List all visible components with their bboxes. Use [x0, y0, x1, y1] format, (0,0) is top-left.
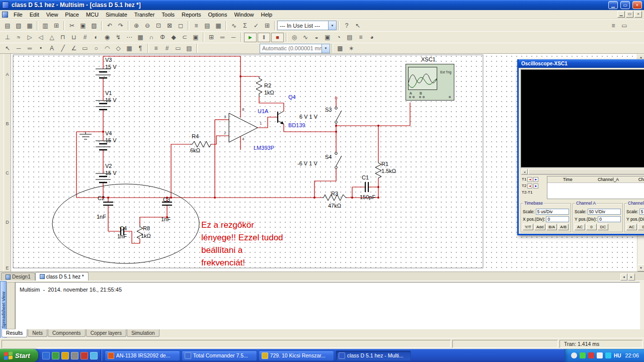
- menu-options[interactable]: Options: [205, 11, 231, 19]
- mdi-close-button[interactable]: [634, 11, 642, 18]
- place-source-icon[interactable]: [2, 33, 13, 42]
- label-v3-value[interactable]: 15 V: [105, 64, 117, 70]
- place-analog-icon[interactable]: [46, 33, 57, 42]
- zoom-fit-icon[interactable]: [164, 21, 175, 30]
- tab-nets[interactable]: Nets: [28, 329, 47, 337]
- menu-help[interactable]: Help: [258, 11, 276, 19]
- t1-right-arrow[interactable]: [533, 177, 538, 182]
- toolbar-toggle-icon-2[interactable]: [619, 21, 630, 30]
- tab-design1[interactable]: Design1: [1, 273, 35, 281]
- label-v2-value[interactable]: 15 V: [105, 170, 117, 176]
- undo-icon[interactable]: [104, 21, 115, 30]
- quick-launch-icon-3[interactable]: [61, 352, 69, 359]
- function-generator-icon[interactable]: [300, 33, 311, 42]
- logic-analyzer-icon[interactable]: [355, 33, 366, 42]
- taskbar-button-multisim[interactable]: class D 5.1 hez - Multi...: [336, 350, 411, 361]
- combo-dropdown-icon[interactable]: [328, 21, 336, 30]
- label-v1-ref[interactable]: V1: [105, 90, 112, 96]
- place-electromechanical-icon[interactable]: [157, 33, 168, 42]
- title-block-icon[interactable]: [184, 44, 195, 53]
- terminal-a-plus[interactable]: [409, 96, 411, 98]
- taskbar-button-729-kicsi[interactable]: 729. 10 Kicsi Renszar...: [259, 350, 334, 361]
- t2-right-arrow[interactable]: [533, 184, 538, 189]
- stop-simulation-button[interactable]: [271, 33, 284, 42]
- tab-scroll-right-arrow[interactable]: [628, 274, 635, 281]
- label-c2-ref[interactable]: C2: [98, 195, 105, 201]
- grapher-icon[interactable]: [228, 21, 239, 30]
- iv-analyzer-icon[interactable]: [366, 33, 377, 42]
- text-tool-icon[interactable]: [46, 44, 57, 53]
- label-r8-ref[interactable]: R8: [143, 225, 150, 231]
- label-c3-ref[interactable]: C3: [163, 197, 170, 203]
- place-indicator-icon[interactable]: [102, 33, 113, 42]
- place-bus-icon[interactable]: [217, 33, 228, 42]
- picture-tool-icon[interactable]: [124, 44, 135, 53]
- tray-icon-1[interactable]: [571, 352, 577, 358]
- label-r4-ref[interactable]: R4: [192, 133, 199, 139]
- border-toggle-icon[interactable]: [173, 44, 184, 53]
- channel-a-0-button[interactable]: 0: [586, 224, 597, 230]
- tray-icon-3[interactable]: [588, 352, 594, 358]
- run-simulation-button[interactable]: [244, 33, 257, 42]
- title-bar[interactable]: class D 5.1 hez - Multisim - [class D 5.…: [0, 0, 644, 10]
- label-q4-part[interactable]: BD139: [288, 122, 305, 128]
- comment-tool-icon[interactable]: [135, 44, 146, 53]
- scroll-down-arrow[interactable]: [637, 264, 644, 272]
- display-scroll-left-arrow[interactable]: [521, 169, 528, 174]
- units-combo[interactable]: Automatic (0.000001 mm: [260, 44, 330, 53]
- place-connector-icon[interactable]: [179, 33, 190, 42]
- place-wire-icon[interactable]: [228, 33, 239, 42]
- taskbar-button-an1138[interactable]: AN-1138 IRS2092 de...: [105, 350, 180, 361]
- in-use-list-combo[interactable]: --- In Use List ---: [277, 21, 337, 30]
- label-r2-value[interactable]: 1kΩ: [264, 89, 274, 96]
- database-manager-icon[interactable]: [213, 21, 224, 30]
- channel-a-scale-field[interactable]: 50 V/Div: [588, 209, 621, 215]
- menu-tools[interactable]: Tools: [158, 11, 178, 19]
- tab-results[interactable]: Results: [2, 329, 27, 337]
- label-r3-ref[interactable]: R3: [331, 191, 338, 197]
- terminal-a-minus[interactable]: [413, 96, 415, 98]
- label-c4-ref[interactable]: C4: [120, 225, 127, 231]
- ellipse-tool-icon[interactable]: [91, 44, 102, 53]
- menu-mcu[interactable]: MCU: [83, 11, 102, 19]
- add-button[interactable]: Add: [534, 224, 545, 230]
- ab-button[interactable]: A/B: [558, 224, 569, 230]
- label-v4-value[interactable]: 15 V: [105, 137, 117, 143]
- terminal-b-plus[interactable]: [419, 96, 421, 98]
- mdi-restore-button[interactable]: [626, 11, 633, 18]
- bode-plotter-icon[interactable]: [333, 33, 344, 42]
- channel-a-ypos-field[interactable]: 0: [598, 216, 621, 222]
- electrical-rules-check-icon[interactable]: [251, 21, 262, 30]
- spreadsheet-view-icon[interactable]: [202, 21, 213, 30]
- place-ni-component-icon[interactable]: [168, 33, 179, 42]
- label-r1-ref[interactable]: R1: [381, 161, 388, 167]
- quick-launch-icon-1[interactable]: [42, 352, 50, 359]
- label-r2-ref[interactable]: R2: [264, 82, 271, 88]
- label-c1-ref[interactable]: C1: [362, 174, 369, 180]
- ruler-toggle-icon[interactable]: [150, 44, 162, 53]
- place-diode-icon[interactable]: [24, 33, 35, 42]
- place-advanced-peripherals-icon[interactable]: [135, 33, 146, 42]
- label-r8-value[interactable]: 1kΩ: [141, 233, 151, 239]
- label-r1-value[interactable]: 1.5kΩ: [381, 168, 396, 174]
- new-file-icon[interactable]: [2, 21, 13, 30]
- label-s4-ref[interactable]: S4: [325, 154, 332, 160]
- label-v1-value[interactable]: 15 V: [105, 97, 117, 103]
- oscilloscope-instrument-icon[interactable]: [322, 33, 333, 42]
- polygon-tool-icon[interactable]: [113, 44, 124, 53]
- tab-scroll-left-arrow[interactable]: [620, 274, 627, 281]
- menu-edit[interactable]: Edit: [26, 11, 43, 19]
- minimize-button[interactable]: [608, 1, 618, 9]
- place-rf-icon[interactable]: [146, 33, 157, 42]
- label-c2-value[interactable]: 1nF: [97, 214, 106, 220]
- menu-window[interactable]: Window: [230, 11, 257, 19]
- label-v4-ref[interactable]: V4: [105, 130, 112, 136]
- zoom-area-icon[interactable]: [153, 21, 164, 30]
- place-mixed-icon[interactable]: [91, 33, 102, 42]
- menu-place[interactable]: Place: [61, 11, 83, 19]
- label-c1-value[interactable]: 150pF: [360, 194, 375, 200]
- paste-icon[interactable]: [89, 21, 100, 30]
- mdi-minimize-button[interactable]: [617, 11, 625, 18]
- print-preview-icon[interactable]: [51, 21, 62, 30]
- oscilloscope-window-titlebar[interactable]: Oscilloscope-XSC1: [519, 59, 644, 68]
